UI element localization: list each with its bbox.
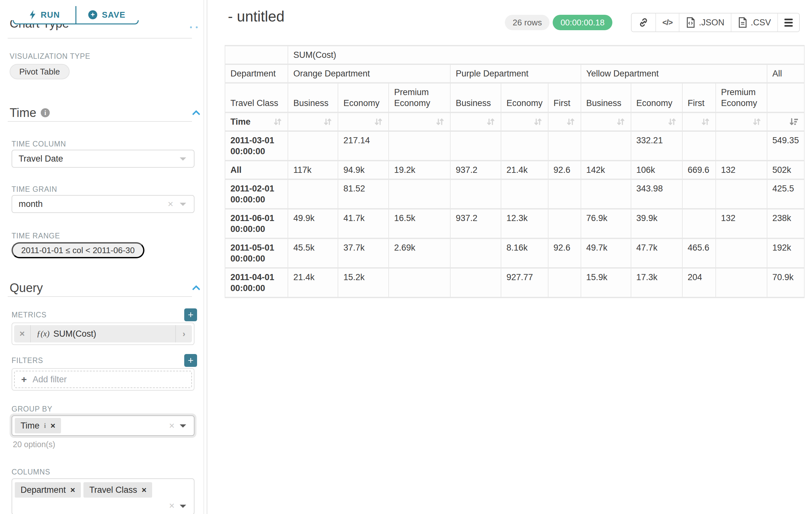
plus-icon: +	[188, 356, 194, 365]
pivot-value-cell: 76.9k	[581, 209, 631, 238]
chip-remove-icon[interactable]: ×	[50, 421, 55, 431]
query-section-header[interactable]: Query	[0, 280, 207, 296]
pivot-value-cell: 217.14	[338, 131, 389, 161]
pivot-value-cell: 49.9k	[288, 209, 338, 238]
chart-title[interactable]: - untitled	[228, 8, 284, 25]
pivot-value-cell	[716, 268, 767, 297]
group-by-chip-time[interactable]: Time i ×	[15, 418, 61, 433]
pivot-value-cell: 502k	[767, 161, 805, 179]
pivot-value-cell	[450, 268, 501, 297]
time-range-pill[interactable]: 2011-01-01 ≤ col < 2011-06-30	[11, 242, 144, 258]
group-by-select[interactable]: Time i × ×	[11, 415, 195, 436]
export-csv-button[interactable]: .CSV	[731, 13, 778, 31]
pivot-value-cell: 70.9k	[767, 268, 805, 297]
panel-scrollbar[interactable]	[203, 0, 204, 514]
clear-all-icon[interactable]: ×	[169, 501, 175, 511]
metric-header: SUM(Cost)	[288, 46, 804, 64]
chip-remove-icon[interactable]: ×	[142, 485, 146, 495]
pivot-row-label: 2011-04-01 00:00:00	[225, 268, 288, 297]
chevron-up-icon[interactable]	[192, 285, 200, 293]
pivot-value-cell	[548, 268, 581, 297]
pivot-value-cell	[581, 131, 631, 161]
sort-header[interactable]	[501, 112, 548, 131]
pivot-table: SUM(Cost)DepartmentOrange DepartmentPurp…	[225, 45, 805, 298]
time-grain-value: month	[19, 199, 43, 209]
pivot-value-cell: 117k	[288, 161, 338, 179]
pivot-value-cell	[501, 179, 548, 209]
explore-view: Chart Type RUN + SAVE VISUALIZATION TYPE…	[0, 0, 812, 514]
sort-header[interactable]	[389, 112, 450, 131]
menu-button[interactable]	[778, 13, 799, 31]
sort-header[interactable]	[548, 112, 581, 131]
sort-header[interactable]	[450, 112, 501, 131]
pivot-value-cell: 8.16k	[501, 238, 548, 268]
embed-code-button[interactable]: </>	[656, 13, 680, 31]
pivot-row-label: 2011-03-01 00:00:00	[225, 131, 288, 161]
pivot-row-label: 2011-02-01 00:00:00	[225, 179, 288, 209]
time-column-label: TIME COLUMN	[11, 140, 207, 148]
save-button[interactable]: + SAVE	[77, 6, 138, 23]
metric-chip[interactable]: × ƒ(x) SUM(Cost) ›	[14, 325, 192, 343]
chevron-down-icon	[180, 157, 186, 161]
pivot-value-cell: 669.6	[682, 161, 716, 179]
chip-label: Travel Class	[89, 485, 137, 495]
sort-header[interactable]	[338, 112, 389, 131]
sort-header[interactable]	[716, 112, 767, 131]
sort-header[interactable]	[682, 112, 716, 131]
filters-label: FILTERS	[11, 356, 43, 365]
chevron-right-icon[interactable]: ›	[175, 325, 192, 343]
pivot-value-cell: 937.2	[450, 209, 501, 238]
pivot-value-cell: 37.7k	[338, 238, 389, 268]
add-filter-button[interactable]: + Add filter	[14, 371, 192, 388]
sort-header[interactable]	[581, 112, 631, 131]
viz-type-label: VISUALIZATION TYPE	[10, 52, 197, 61]
columns-select[interactable]: Department × Travel Class × ×	[11, 478, 195, 514]
pivot-value-cell: 106k	[631, 161, 682, 179]
save-button-label: SAVE	[102, 10, 125, 20]
pivot-value-cell: 549.35	[767, 131, 805, 161]
share-link-button[interactable]	[632, 13, 656, 31]
link-icon	[638, 17, 649, 28]
clear-all-icon[interactable]: ×	[169, 421, 175, 431]
chart-type-collapse-chevron-icon[interactable]	[190, 26, 200, 29]
chip-remove-icon[interactable]: ×	[70, 485, 75, 495]
columns-chip-department[interactable]: Department ×	[15, 482, 81, 497]
pivot-value-cell: 15.2k	[338, 268, 389, 297]
travel-class-header: Economy	[631, 83, 682, 112]
remove-metric-icon[interactable]: ×	[14, 325, 31, 343]
viz-type-pill[interactable]: Pivot Table	[10, 64, 70, 79]
pivot-value-cell	[581, 179, 631, 209]
travel-class-corner-label: Travel Class	[225, 83, 288, 112]
export-json-label: .JSON	[699, 18, 724, 28]
pivot-value-cell	[682, 131, 716, 161]
time-column-select[interactable]: Travel Date	[11, 150, 195, 168]
run-button[interactable]: RUN	[14, 6, 77, 23]
travel-class-header: Business	[288, 83, 338, 112]
add-metric-button[interactable]: +	[184, 308, 197, 321]
chevron-up-icon[interactable]	[192, 110, 200, 118]
pivot-value-cell: 21.4k	[288, 268, 338, 297]
pivot-value-cell	[389, 268, 450, 297]
sort-header-descending[interactable]	[767, 112, 805, 131]
pivot-value-cell	[450, 179, 501, 209]
sort-header[interactable]	[631, 112, 682, 131]
export-json-button[interactable]: .JSON	[679, 13, 731, 31]
pivot-value-cell: 425.5	[767, 179, 805, 209]
pivot-value-cell	[548, 209, 581, 238]
sort-header-time[interactable]: Time	[225, 112, 288, 131]
clear-icon[interactable]: ×	[168, 199, 173, 209]
pivot-value-cell: 132	[716, 161, 767, 179]
sort-header[interactable]	[288, 112, 338, 131]
add-filter-plus-button[interactable]: +	[184, 354, 197, 367]
time-section-header[interactable]: Time i	[0, 105, 207, 120]
pivot-value-cell: 16.5k	[389, 209, 450, 238]
pivot-value-cell: 465.6	[682, 238, 716, 268]
pivot-value-cell	[716, 131, 767, 161]
travel-class-header: Business	[450, 83, 501, 112]
pivot-value-cell: 21.4k	[501, 161, 548, 179]
plus-circle-icon: +	[88, 10, 97, 19]
pivot-value-cell: 39.9k	[631, 209, 682, 238]
time-grain-select[interactable]: month ×	[11, 195, 195, 213]
pivot-value-cell: 343.98	[631, 179, 682, 209]
columns-chip-travel-class[interactable]: Travel Class ×	[83, 482, 152, 497]
